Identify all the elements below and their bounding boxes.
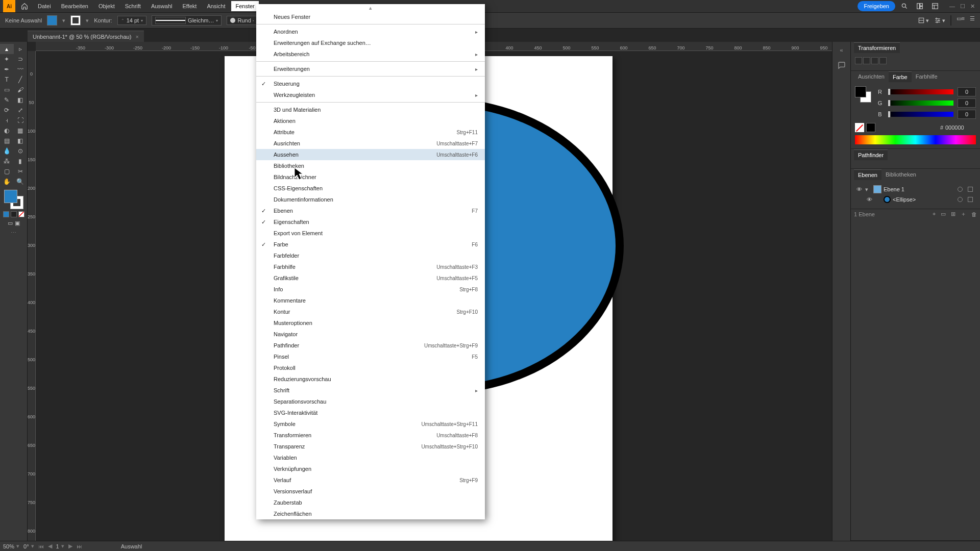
preferences-icon[interactable]: ▾ [934, 15, 945, 26]
r-value[interactable]: 0 [958, 87, 976, 96]
transform-tab[interactable]: Transformieren [854, 42, 900, 53]
rectangle-tool[interactable]: ▭ [0, 85, 14, 95]
new-layer-icon[interactable]: ＋ [961, 210, 966, 218]
menu-item[interactable]: Aktionen [256, 115, 485, 127]
menu-item[interactable]: Variablen [256, 452, 485, 463]
menu-item[interactable]: Protokoll [256, 362, 485, 373]
next-artboard-icon[interactable]: ▶ [68, 543, 72, 549]
close-tab-icon[interactable]: × [135, 34, 138, 40]
menu-item[interactable]: Navigator [256, 329, 485, 340]
target-icon[interactable] [958, 187, 963, 192]
menu-item[interactable]: Neues Fenster [256, 11, 485, 22]
new-sublayer-icon[interactable]: ⊞ [951, 211, 955, 217]
maximize-icon[interactable]: ☐ [960, 3, 965, 10]
g-slider[interactable] [888, 101, 953, 106]
symbol-sprayer-tool[interactable]: ⁂ [0, 156, 14, 166]
pen-tool[interactable]: ✒ [0, 64, 14, 74]
menu-item[interactable]: AttributeStrg+F11 [256, 127, 485, 138]
menu-item[interactable]: Erweiterungen▸ [256, 63, 485, 74]
menu-item[interactable]: Dokumentinformationen [256, 194, 485, 205]
menu-item[interactable]: VerlaufStrg+F9 [256, 474, 485, 486]
target-icon[interactable] [958, 197, 963, 202]
fill-swatch[interactable] [47, 15, 57, 26]
color-guide-tab[interactable]: Farbhilfe [912, 71, 942, 82]
menu-item[interactable]: Reduzierungsvorschau [256, 373, 485, 385]
line-tool[interactable]: ╱ [14, 74, 28, 85]
mesh-tool[interactable]: ▤ [0, 136, 14, 146]
paintbrush-tool[interactable]: 🖌 [14, 85, 28, 95]
menu-datei[interactable]: Datei [34, 1, 55, 11]
menu-item[interactable]: Kommentare [256, 295, 485, 306]
menu-item[interactable]: PathfinderUmschalttaste+Strg+F9 [256, 340, 485, 351]
locate-icon[interactable]: ⌖ [933, 211, 936, 217]
artboard-tool[interactable]: ▢ [0, 166, 14, 177]
menu-item[interactable]: Versionsverlauf [256, 486, 485, 497]
layer-name[interactable]: Ebene 1 [884, 186, 904, 192]
selection-tool[interactable]: ▴ [0, 44, 14, 54]
menu-ansicht[interactable]: Ansicht [203, 1, 229, 11]
menu-item[interactable]: Arbeitsbereich▸ [256, 48, 485, 60]
menu-item[interactable]: TransparenzUmschalttaste+Strg+F10 [256, 441, 485, 452]
menu-item[interactable]: KonturStrg+F10 [256, 306, 485, 317]
menu-item[interactable]: SymboleUmschalttaste+Strg+F11 [256, 418, 485, 430]
menu-fenster[interactable]: Fenster [231, 1, 258, 11]
menu-item[interactable]: ✓Eigenschaften [256, 216, 485, 228]
menu-item[interactable]: Zeichenflächen [256, 508, 485, 519]
curvature-tool[interactable]: 〰 [14, 64, 28, 74]
direct-selection-tool[interactable]: ▹ [14, 44, 28, 54]
menu-item[interactable]: Verknüpfungen [256, 463, 485, 474]
b-slider[interactable] [888, 112, 953, 117]
gradient-tool[interactable]: ◧ [14, 136, 28, 146]
r-slider[interactable] [888, 89, 953, 94]
arrange-docs-icon[interactable] [916, 2, 924, 10]
magic-wand-tool[interactable]: ✦ [0, 54, 14, 64]
menu-item[interactable]: ✓Steuerung [256, 78, 485, 89]
free-transform-tool[interactable]: ⛶ [14, 115, 28, 126]
menu-item[interactable]: Separationsvorschau [256, 396, 485, 407]
menu-item[interactable]: Farbfelder [256, 250, 485, 261]
menu-item[interactable]: Erweiterungen auf Exchange suchen… [256, 37, 485, 48]
first-artboard-icon[interactable]: ⏮ [38, 543, 44, 549]
layers-tab[interactable]: Ebenen [854, 169, 881, 180]
scale-tool[interactable]: ⤢ [14, 105, 28, 115]
eraser-tool[interactable]: ◧ [14, 95, 28, 105]
panel-toggle-icon[interactable]: ▭≡ [957, 15, 965, 26]
document-tab[interactable]: Unbenannt-1* @ 50 % (RGB/Vorschau) × [28, 31, 144, 42]
rotate-tool[interactable]: ⟳ [0, 105, 14, 115]
menu-item[interactable]: Musteroptionen [256, 317, 485, 329]
edit-toolbar-icon[interactable]: ⋯ [11, 230, 16, 236]
menu-bearbeiten[interactable]: Bearbeiten [57, 1, 92, 11]
menu-auswahl[interactable]: Auswahl [147, 1, 177, 11]
width-tool[interactable]: ⫞ [0, 115, 14, 126]
shape-builder-tool[interactable]: ◐ [0, 126, 14, 136]
menu-item[interactable]: Anordnen▸ [256, 26, 485, 37]
menu-item[interactable]: Zauberstab [256, 497, 485, 508]
menu-effekt[interactable]: Effekt [178, 1, 201, 11]
menu-item[interactable]: AusrichtenUmschalttaste+F7 [256, 138, 485, 149]
visibility-icon[interactable]: 👁 [865, 196, 873, 203]
close-icon[interactable]: ✕ [970, 3, 975, 10]
menu-item[interactable]: GrafikstileUmschalttaste+F5 [256, 272, 485, 284]
stroke-swatch[interactable] [70, 15, 81, 26]
home-icon[interactable] [18, 0, 31, 12]
none-swatch[interactable] [855, 123, 864, 132]
color-tab[interactable]: Farbe [889, 71, 912, 82]
menu-item[interactable]: AussehenUmschalttaste+F6 [256, 149, 485, 160]
menu-item[interactable]: Werkzeugleisten▸ [256, 89, 485, 101]
menu-schrift[interactable]: Schrift [121, 1, 145, 11]
lasso-tool[interactable]: ⊃ [14, 54, 28, 64]
menu-item[interactable]: Export von Element [256, 228, 485, 239]
stroke-weight-input[interactable]: ⌃14 pt▾ [117, 16, 146, 25]
clip-mask-icon[interactable]: ▭ [941, 211, 946, 217]
share-button[interactable]: Freigeben [857, 1, 895, 11]
select-indicator[interactable] [968, 197, 973, 202]
perspective-grid-tool[interactable]: ▦ [14, 126, 28, 136]
menu-item[interactable]: CSS-Eigenschaften [256, 183, 485, 194]
zoom-level[interactable]: 50% ▾ [3, 543, 19, 549]
pathfinder-tab[interactable]: Pathfinder [854, 149, 888, 160]
menu-item[interactable]: PinselF5 [256, 351, 485, 362]
column-graph-tool[interactable]: ▮ [14, 156, 28, 166]
menu-scroll-up-icon[interactable]: ▴ [256, 4, 485, 11]
menu-item[interactable]: InfoStrg+F8 [256, 284, 485, 295]
eyedropper-tool[interactable]: 💧 [0, 146, 14, 156]
